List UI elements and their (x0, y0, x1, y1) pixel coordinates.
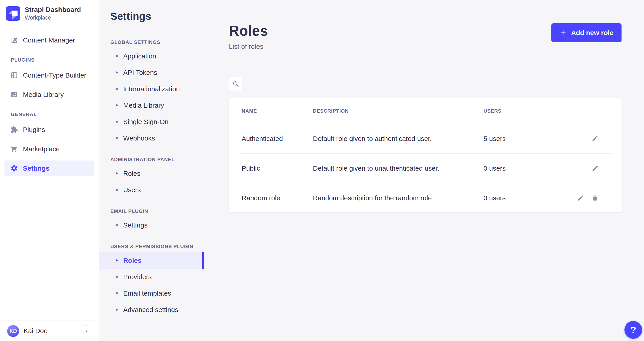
edit-role-button[interactable] (577, 194, 584, 202)
strapi-logo-icon (6, 6, 20, 21)
subnav-item-label: Email templates (123, 290, 171, 297)
nav-section-plugins: PLUGINS (11, 57, 99, 63)
subnav-item-label: Internationalization (123, 85, 180, 93)
media-library-icon (10, 91, 18, 98)
subnav-section-email-plugin: EMAIL PLUGIN (110, 208, 204, 214)
subnav-item-application[interactable]: Application (99, 48, 204, 64)
main-content: Roles List of roles Add new role NAME DE… (204, 0, 644, 341)
edit-role-button[interactable] (592, 135, 598, 142)
subnav-item-providers[interactable]: Providers (99, 268, 204, 285)
subnav-item-up-roles[interactable]: Roles (99, 252, 204, 268)
brand-text: Strapi Dashboard Workplace (25, 6, 81, 21)
sidebar-item-marketplace[interactable]: Marketplace (4, 141, 94, 157)
table-row-authenticated[interactable]: Authenticated Default role given to auth… (229, 124, 622, 153)
table-row-random-role[interactable]: Random role Random description for the r… (229, 183, 622, 212)
subnav-item-label: Webhooks (123, 134, 155, 142)
subnav-item-internationalization[interactable]: Internationalization (99, 81, 204, 97)
bullet-dot-icon (116, 260, 118, 262)
chevron-left-icon (84, 329, 88, 333)
content-manager-icon (10, 36, 18, 44)
subnav-item-media-library[interactable]: Media Library (99, 97, 204, 114)
role-users-count: 0 users (484, 164, 592, 172)
settings-gear-icon (10, 164, 18, 172)
subnav-item-webhooks[interactable]: Webhooks (99, 130, 204, 146)
role-name: Public (242, 164, 313, 172)
subnav-item-label: Users (123, 186, 141, 194)
app-title: Strapi Dashboard (25, 6, 81, 14)
content-type-builder-icon (10, 72, 18, 79)
subnav-section-global-settings: GLOBAL SETTINGS (110, 39, 204, 45)
column-header-description: DESCRIPTION (313, 108, 484, 114)
sidebar-item-content-manager[interactable]: Content Manager (4, 32, 94, 48)
bullet-dot-icon (116, 189, 118, 191)
role-description: Default role given to unauthenticated us… (313, 164, 484, 172)
page-title: Roles (229, 24, 268, 38)
page-header-text: Roles List of roles (229, 24, 268, 50)
roles-table: NAME DESCRIPTION USERS Authenticated Def… (229, 98, 622, 212)
subnav-item-label: Advanced settings (123, 306, 178, 314)
role-users-count: 5 users (484, 135, 592, 142)
edit-role-button[interactable] (592, 165, 598, 172)
subnav-item-email-settings[interactable]: Settings (99, 217, 204, 233)
bullet-dot-icon (116, 309, 118, 311)
main-nav-list: Content Manager PLUGINS Content-Type Bui… (0, 27, 99, 180)
subnav-item-admin-roles[interactable]: Roles (99, 165, 204, 182)
subnav-item-label: Media Library (123, 102, 164, 109)
delete-role-button[interactable] (592, 194, 598, 202)
role-name: Authenticated (242, 135, 313, 142)
brand: Strapi Dashboard Workplace (0, 0, 99, 27)
sidebar-item-settings[interactable]: Settings (4, 160, 94, 176)
add-new-role-button[interactable]: Add new role (552, 24, 622, 42)
bullet-dot-icon (116, 224, 118, 226)
subnav-item-label: Single Sign-On (123, 118, 168, 126)
pencil-icon (592, 135, 598, 142)
collapse-sidebar-button[interactable] (82, 326, 90, 336)
user-name: Kai Doe (24, 327, 48, 335)
sidebar-item-label: Plugins (23, 126, 45, 134)
pencil-icon (577, 194, 584, 202)
bullet-dot-icon (116, 276, 118, 278)
plugins-puzzle-icon (10, 126, 18, 134)
search-icon (232, 80, 239, 87)
page-subtitle: List of roles (229, 43, 268, 50)
subnav-item-api-tokens[interactable]: API Tokens (99, 64, 204, 81)
workspace-name: Workplace (25, 14, 81, 21)
subnav-item-label: API Tokens (123, 69, 157, 76)
subnav-divider (110, 29, 121, 29)
row-actions (577, 194, 612, 202)
search-button[interactable] (229, 77, 243, 91)
table-row-public[interactable]: Public Default role given to unauthentic… (229, 154, 622, 183)
plus-icon (560, 29, 567, 36)
bullet-dot-icon (116, 55, 118, 57)
subnav-title: Settings (110, 10, 204, 22)
table-header-row: NAME DESCRIPTION USERS (229, 98, 622, 124)
sidebar-item-label: Content-Type Builder (23, 72, 86, 79)
bullet-dot-icon (116, 104, 118, 106)
pencil-icon (592, 165, 598, 172)
subnav-section-administration-panel: ADMINISTRATION PANEL (110, 157, 204, 162)
bullet-dot-icon (116, 292, 118, 294)
sidebar-item-media-library[interactable]: Media Library (4, 87, 94, 102)
avatar[interactable]: KD (7, 325, 19, 337)
subnav-item-advanced-settings[interactable]: Advanced settings (99, 302, 204, 318)
sidebar-item-label: Settings (23, 164, 50, 172)
subnav-item-label: Settings (123, 222, 148, 229)
bullet-dot-icon (116, 88, 118, 90)
subnav-item-label: Providers (123, 273, 152, 281)
subnav-item-single-sign-on[interactable]: Single Sign-On (99, 114, 204, 130)
role-description: Random description for the random role (313, 194, 484, 202)
sidebar-item-plugins[interactable]: Plugins (4, 122, 94, 138)
subnav-item-label: Application (123, 52, 156, 60)
sidebar-footer: KD Kai Doe (0, 320, 99, 341)
sidebar-item-label: Marketplace (23, 145, 60, 153)
sidebar-item-content-type-builder[interactable]: Content-Type Builder (4, 68, 94, 83)
subnav-item-label: Roles (123, 257, 142, 264)
bullet-dot-icon (116, 172, 118, 174)
subnav-item-email-templates[interactable]: Email templates (99, 285, 204, 302)
bullet-dot-icon (116, 72, 118, 74)
subnav-item-admin-users[interactable]: Users (99, 182, 204, 198)
settings-subnav: Settings GLOBAL SETTINGS Application API… (99, 0, 204, 341)
row-actions (592, 135, 612, 142)
help-button[interactable]: ? (624, 321, 642, 339)
role-name: Random role (242, 194, 313, 202)
